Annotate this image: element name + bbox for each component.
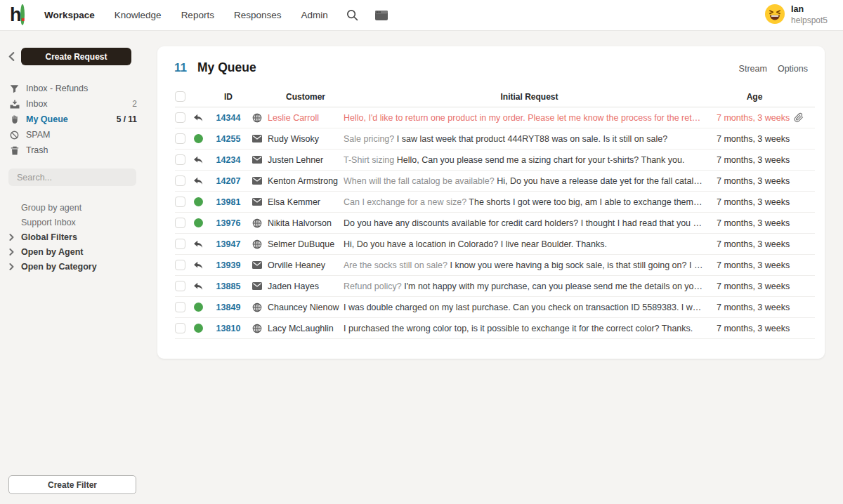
column-initial-request: Initial Request: [500, 92, 558, 102]
request-preview: Are the socks still on sale? I know you …: [344, 260, 715, 270]
stream-link[interactable]: Stream: [739, 64, 767, 74]
row-checkbox[interactable]: [175, 302, 185, 312]
nav-item-knowledge[interactable]: Knowledge: [115, 10, 162, 20]
row-checkbox[interactable]: [175, 154, 185, 165]
helpspot-logo[interactable]: h.: [10, 6, 25, 25]
reply-arrow-icon: [193, 177, 203, 185]
column-customer: Customer: [286, 92, 325, 102]
sidebar-item-label: Inbox - Refunds: [26, 84, 88, 93]
block-icon: [9, 131, 20, 140]
unread-dot: [194, 303, 203, 312]
sidebar-item-label: SPAM: [26, 130, 51, 140]
sidebar-item-spam[interactable]: SPAM: [0, 127, 149, 142]
create-filter-button[interactable]: Create Filter: [8, 475, 136, 494]
unread-dot: [194, 218, 203, 227]
table-row[interactable]: 13849Chauncey NienowI was double charged…: [175, 297, 815, 318]
request-id-link[interactable]: 14255: [216, 134, 241, 144]
request-id-link[interactable]: 14234: [216, 155, 241, 165]
row-checkbox[interactable]: [175, 323, 185, 333]
table-row[interactable]: 14344Leslie CarrollHello, I'd like to re…: [175, 107, 815, 128]
sidebar-group-group-by-agent[interactable]: Group by agent: [0, 200, 149, 215]
sidebar-item-trash[interactable]: Trash: [0, 142, 149, 158]
request-id-link[interactable]: 13885: [216, 281, 241, 291]
search-icon[interactable]: [346, 9, 358, 21]
sidebar-search-input[interactable]: [8, 168, 136, 186]
table-row[interactable]: 14207Kenton ArmstrongWhen will the fall …: [175, 171, 815, 192]
request-preview: I was double charged on my last purchase…: [344, 303, 715, 312]
table-header-row: ID Customer Initial Request Age: [175, 86, 815, 107]
sidebar-item-label: My Queue: [26, 114, 68, 124]
envelope-icon: [252, 135, 262, 142]
table-row[interactable]: 13885Jaden HayesRefund policy? I'm not h…: [175, 276, 815, 297]
collapse-sidebar-chevron-icon[interactable]: [8, 52, 15, 61]
table-row[interactable]: 13939Orville HeaneyAre the socks still o…: [175, 255, 815, 276]
customer-name: Orville Heaney: [268, 260, 344, 270]
customer-name: Jaden Hayes: [268, 281, 344, 291]
sidebar-group-open-by-agent[interactable]: Open by Agent: [0, 244, 149, 259]
table-row[interactable]: 13981Elsa KemmerCan I exchange for a new…: [175, 192, 815, 213]
nav-item-reports[interactable]: Reports: [181, 10, 214, 20]
queue-count: 11: [174, 61, 187, 75]
customer-name: Kenton Armstrong: [268, 176, 344, 186]
customer-name: Nikita Halvorson: [268, 218, 344, 228]
options-link[interactable]: Options: [778, 64, 808, 74]
sidebar-group-global-filters[interactable]: Global Filters: [0, 230, 149, 244]
request-id-link[interactable]: 13849: [216, 303, 241, 312]
request-preview: When will the fall catalog be available?…: [344, 176, 715, 186]
table-row[interactable]: 13976Nikita HalvorsonDo you have any dis…: [175, 213, 815, 234]
sidebar-item-inbox-refunds[interactable]: Inbox - Refunds: [0, 81, 149, 96]
sidebar-item-inbox[interactable]: Inbox2: [0, 96, 149, 112]
select-all-checkbox[interactable]: [175, 91, 185, 102]
request-subject: Are the socks still on sale?: [344, 260, 450, 270]
user-menu[interactable]: Ian helpspot5: [765, 4, 828, 27]
column-id: ID: [224, 92, 233, 102]
sidebar-group-support-inbox[interactable]: Support Inbox: [0, 215, 149, 230]
row-checkbox[interactable]: [175, 218, 185, 228]
table-row[interactable]: 14234Justen LehnerT-Shirt sizing Hello, …: [175, 150, 815, 171]
table-row[interactable]: 13947Selmer DuBuqueHi, Do you have a loc…: [175, 234, 815, 255]
primary-nav: WorkspaceKnowledgeReportsResponsesAdmin: [44, 10, 328, 20]
row-checkbox[interactable]: [175, 281, 185, 291]
sidebar-item-my-queue[interactable]: My Queue5 / 11: [0, 112, 149, 127]
sidebar-item-count: 5 / 11: [117, 114, 137, 124]
row-checkbox[interactable]: [175, 133, 185, 144]
request-preview: Hi, Do you have a location in Colorado? …: [344, 239, 715, 249]
request-id-link[interactable]: 13976: [216, 218, 241, 228]
reply-arrow-icon: [193, 282, 203, 291]
envelope-icon: [252, 177, 262, 185]
request-id-link[interactable]: 13947: [216, 239, 241, 249]
filter-groups: Group by agentSupport InboxGlobal Filter…: [0, 200, 149, 274]
globe-icon: [252, 303, 262, 312]
envelope-icon: [252, 261, 262, 269]
request-age: 7 months, 3 weeks: [715, 303, 794, 312]
nav-item-responses[interactable]: Responses: [234, 10, 282, 20]
column-age: Age: [747, 92, 763, 102]
nav-item-admin[interactable]: Admin: [301, 10, 327, 20]
sidebar: Create Request Inbox - RefundsInbox2My Q…: [0, 31, 149, 504]
customer-name: Leslie Carroll: [268, 113, 344, 123]
table-row[interactable]: 13810Lacy McLaughlinI purchased the wron…: [175, 318, 815, 339]
request-id-link[interactable]: 14207: [216, 176, 241, 186]
table-row[interactable]: 14255Rudy WisokySale pricing? I saw last…: [175, 128, 815, 150]
row-checkbox[interactable]: [175, 197, 185, 207]
workspace-window-icon[interactable]: [375, 11, 388, 20]
funnel-icon: [9, 84, 20, 93]
row-checkbox[interactable]: [175, 239, 185, 249]
request-subject: Refund policy?: [344, 281, 404, 291]
user-account: helpspot5: [791, 15, 828, 26]
request-id-link[interactable]: 13810: [216, 324, 241, 333]
nav-item-workspace[interactable]: Workspace: [44, 10, 95, 20]
create-request-button[interactable]: Create Request: [21, 48, 131, 65]
request-id-link[interactable]: 13939: [216, 260, 241, 270]
request-subject: Can I exchange for a new size?: [344, 197, 469, 207]
row-checkbox[interactable]: [175, 260, 185, 270]
reply-arrow-icon: [193, 114, 203, 122]
sidebar-group-label: Global Filters: [21, 232, 77, 242]
row-checkbox[interactable]: [175, 175, 185, 186]
request-id-link[interactable]: 13981: [216, 197, 241, 207]
request-id-link[interactable]: 14344: [216, 113, 241, 123]
row-checkbox[interactable]: [175, 112, 185, 123]
sidebar-group-open-by-category[interactable]: Open by Category: [0, 259, 149, 274]
globe-icon: [252, 218, 262, 228]
customer-name: Elsa Kemmer: [268, 197, 344, 207]
